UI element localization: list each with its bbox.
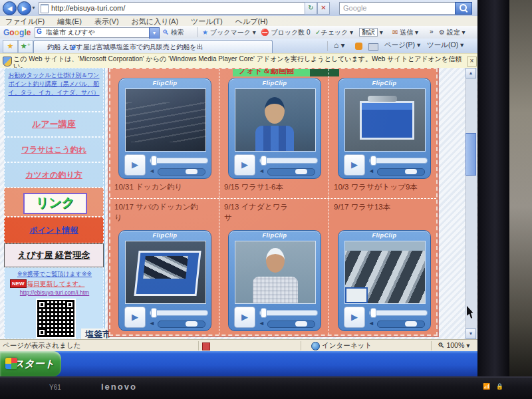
- volume-handle[interactable]: [295, 169, 307, 174]
- video-thumbnail-ocean[interactable]: [125, 88, 206, 152]
- search-dropdown-icon[interactable]: ▼: [149, 27, 160, 39]
- volume-slider[interactable]: [377, 321, 425, 328]
- history-dropdown-icon[interactable]: ▼: [31, 5, 36, 10]
- seek-bar[interactable]: [259, 310, 318, 316]
- seek-handle[interactable]: [151, 156, 157, 166]
- scrollbar-thumb[interactable]: [466, 133, 476, 176]
- sidebar-item-philosophy[interactable]: えびす屋 経営理念: [4, 243, 104, 267]
- address-bar[interactable]: http://ebisuya-turi.com/: [39, 2, 315, 15]
- links-label: リンク: [23, 193, 87, 214]
- close-icon[interactable]: ×: [467, 57, 477, 66]
- magnifier-icon: [460, 4, 467, 11]
- sidebar-item-warasa[interactable]: ワラサはこう釣れ: [4, 137, 104, 162]
- sidebar-item-katsuo[interactable]: カツオの釣り方: [4, 162, 104, 188]
- play-button[interactable]: ▶: [234, 154, 255, 176]
- play-button[interactable]: ▶: [124, 154, 146, 176]
- section-header-label: フォト＆動画館: [238, 69, 295, 76]
- volume-slider[interactable]: [267, 168, 315, 176]
- video-thumbnail-angler-vest[interactable]: [235, 88, 316, 152]
- status-led-icons: 📶 🔒: [483, 383, 505, 390]
- video-caption: 9/17 ワラサ13本: [331, 201, 436, 214]
- quick-search-input[interactable]: Google: [339, 2, 458, 15]
- mobile-url-link[interactable]: http://ebisuya-turi.com/i.htm: [6, 289, 103, 296]
- video-gallery: フォト＆動画館 FlipClip ▶ ◄ FlipClip: [109, 68, 438, 336]
- speaker-icon: ◄: [149, 320, 155, 327]
- print-icon[interactable]: [368, 43, 378, 51]
- sidebar-item-lure[interactable]: ルアー講座: [4, 112, 104, 137]
- seek-handle[interactable]: [261, 308, 267, 318]
- gtb-bookmarks-button[interactable]: ★ ブックマーク ▾: [202, 28, 256, 37]
- page-menu-button[interactable]: ページ(P) ▾: [384, 41, 420, 50]
- video-caption: 9/15 ワラサ1-6本: [221, 181, 307, 194]
- gtb-search-button[interactable]: 🔍︎ 検索: [162, 28, 184, 37]
- volume-handle[interactable]: [186, 321, 198, 327]
- sidebar-item-links[interactable]: リンク: [4, 188, 104, 217]
- video-player: FlipClip ▶ ◄: [338, 78, 431, 179]
- video-thumbnail-fish-catch[interactable]: [344, 241, 426, 304]
- seek-bar[interactable]: [259, 158, 318, 164]
- volume-handle[interactable]: [405, 321, 417, 327]
- stop-icon[interactable]: ✕: [317, 2, 330, 15]
- forward-icon[interactable]: ▶: [17, 1, 31, 15]
- volume-slider[interactable]: [158, 168, 205, 176]
- play-button[interactable]: ▶: [234, 307, 255, 328]
- gtb-popup-blocker-button[interactable]: ⛔ ブロック数 0: [261, 28, 311, 37]
- gtb-spellcheck-button[interactable]: ✓チェック ▾: [315, 28, 353, 37]
- update-note-link[interactable]: 毎日更新してます。: [27, 280, 84, 289]
- vertical-scrollbar[interactable]: [466, 68, 477, 339]
- volume-slider[interactable]: [267, 321, 315, 328]
- add-favorite-icon[interactable]: ★⁺: [18, 40, 33, 53]
- sidebar-item-tackle[interactable]: お勧めタックルと仕掛け別＆ワンポイント釣り講座（黒メバル、船イ、タラ、イカ、イナ…: [4, 68, 104, 112]
- status-bar: ページが表示されました インターネット 🔍︎ 100% ▾: [0, 339, 477, 352]
- status-flag-icon: [202, 342, 210, 350]
- tab-strip: ★ ★⁺ e 釣船 えびす屋は宮城県塩釜市で釣具販売と釣船を出 ⌂ ▾ ページ(…: [0, 39, 477, 54]
- tools-menu-button[interactable]: ツール(O) ▾: [427, 41, 464, 50]
- flipclip-logo: FlipClip: [229, 232, 321, 239]
- volume-slider[interactable]: [377, 168, 425, 176]
- gtb-more-chevron[interactable]: »: [430, 28, 434, 35]
- scroll-down-icon[interactable]: ▼: [466, 329, 476, 339]
- seek-bar[interactable]: [150, 310, 208, 316]
- volume-handle[interactable]: [295, 321, 307, 327]
- google-toolbar: Google 塩釜市 えびすや G ▼ 🔍︎ 検索 ★ ブックマーク ▾ ⛔ ブ…: [0, 26, 477, 39]
- seek-bar[interactable]: [369, 310, 428, 316]
- gtb-translate-button[interactable]: 翻訳 ▾: [359, 28, 383, 37]
- seek-handle[interactable]: [370, 156, 376, 166]
- favorites-star-icon[interactable]: ★: [3, 40, 18, 53]
- scroll-up-icon[interactable]: ▲: [466, 68, 476, 78]
- seek-bar[interactable]: [369, 158, 428, 164]
- volume-handle[interactable]: [405, 169, 417, 174]
- play-button[interactable]: ▶: [344, 154, 365, 176]
- flipclip-logo: FlipClip: [119, 80, 211, 86]
- back-icon[interactable]: ◀: [3, 1, 17, 15]
- seek-handle[interactable]: [370, 308, 376, 318]
- play-button[interactable]: ▶: [344, 307, 365, 328]
- zoom-level[interactable]: 🔍︎ 100% ▾: [438, 341, 469, 349]
- google-search-input[interactable]: 塩釜市 えびすや: [35, 27, 160, 38]
- gtb-send-button[interactable]: ✉ 送信 ▾: [392, 28, 418, 37]
- video-caption: 10/3 ワラサがトップ9本: [331, 181, 442, 194]
- video-thumbnail-cooler-fish[interactable]: [125, 241, 206, 304]
- seek-bar[interactable]: [150, 158, 208, 164]
- seek-handle[interactable]: [261, 156, 267, 166]
- home-icon[interactable]: ⌂ ▾: [334, 41, 345, 50]
- video-thumbnail-cooler[interactable]: [344, 88, 426, 152]
- browser-tab[interactable]: e 釣船 えびす屋は宮城県塩釜市で釣具販売と釣船を出: [33, 40, 273, 54]
- refresh-icon[interactable]: ↻: [305, 2, 317, 15]
- video-caption: 10/17 サバのドッカン釣り: [112, 201, 203, 224]
- volume-handle[interactable]: [186, 169, 198, 174]
- star-icon: ★: [202, 29, 208, 36]
- seek-handle[interactable]: [151, 308, 157, 318]
- search-go-button[interactable]: [455, 2, 472, 15]
- play-button[interactable]: ▶: [124, 307, 146, 328]
- video-thumbnail-angler-cap[interactable]: [235, 241, 316, 304]
- video-caption: 10/31 ドッカン釣り: [112, 181, 222, 194]
- volume-slider[interactable]: [158, 321, 205, 328]
- addon-info-bar[interactable]: この Web サイトは、'Microsoft Corporation' からの …: [0, 53, 477, 69]
- grid-line: [110, 198, 436, 199]
- status-message: ページが表示されました: [3, 341, 80, 350]
- rss-feed-icon[interactable]: [355, 43, 362, 50]
- qr-eye: [37, 328, 47, 337]
- sidebar-item-point-info[interactable]: ポイント情報: [4, 217, 104, 243]
- gtb-settings-button[interactable]: ⚙ 設定 ▾: [439, 28, 466, 37]
